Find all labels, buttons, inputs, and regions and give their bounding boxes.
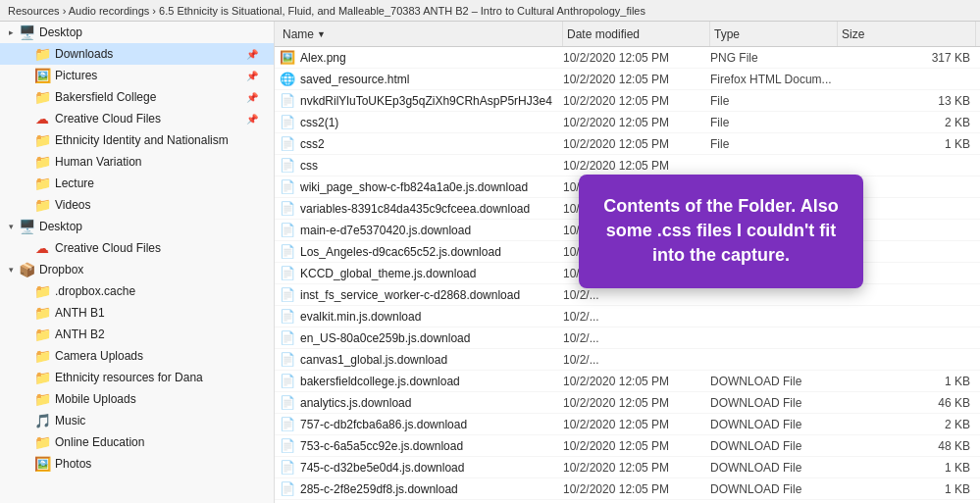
folder-icon: 📁 bbox=[33, 175, 51, 192]
sidebar-item-desktop-root[interactable]: ▸🖥️Desktop bbox=[0, 22, 274, 43]
file-icon: 📄 bbox=[279, 394, 296, 412]
file-date: 10/2/... bbox=[563, 288, 710, 302]
file-name: main-e-d7e5370420.js.download bbox=[300, 224, 563, 237]
file-name: wiki_page_show-c-fb824a1a0e.js.download bbox=[300, 180, 563, 194]
file-date: 10/2/2020 12:05 PM bbox=[563, 73, 710, 86]
file-type: File bbox=[710, 94, 838, 108]
sidebar-item-label: Creative Cloud Files bbox=[55, 241, 274, 255]
col-header-size[interactable]: Size bbox=[838, 22, 976, 46]
sidebar-item-mobile-uploads[interactable]: 📁Mobile Uploads bbox=[0, 388, 274, 410]
sidebar-item-camera-uploads[interactable]: 📁Camera Uploads bbox=[0, 345, 274, 367]
pin-icon[interactable]: 📌 bbox=[246, 92, 258, 103]
folder-icon: ☁ bbox=[33, 239, 51, 257]
file-icon: 🖼️ bbox=[279, 49, 296, 67]
col-header-name[interactable]: Name ▼ bbox=[279, 22, 563, 46]
main-container: ▸🖥️Desktop📁Downloads📌🖼️Pictures📌📁Bakersf… bbox=[0, 22, 980, 503]
file-icon: 🌐 bbox=[279, 71, 296, 88]
folder-icon: 📁 bbox=[33, 196, 51, 214]
sidebar-item-label: Lecture bbox=[55, 176, 274, 190]
file-name: analytics.js.download bbox=[300, 396, 563, 410]
file-name: inst_fs_service_worker-c-d2868.download bbox=[300, 288, 563, 302]
sidebar-item-dropbox-cache[interactable]: 📁.dropbox.cache bbox=[0, 280, 274, 302]
sidebar-item-dropbox[interactable]: ▾📦Dropbox bbox=[0, 259, 274, 280]
file-name: css bbox=[300, 159, 563, 173]
pin-icon[interactable]: 📌 bbox=[246, 114, 258, 125]
table-row[interactable]: 📄 evalkit.min.js.download 10/2/... bbox=[275, 306, 980, 327]
file-size: 317 KB bbox=[838, 51, 976, 65]
file-type: DOWNLOAD File bbox=[710, 461, 838, 475]
sidebar-item-online-education[interactable]: 📁Online Education bbox=[0, 431, 274, 453]
sidebar-item-videos[interactable]: 📁Videos bbox=[0, 194, 274, 216]
folder-icon: 🖼️ bbox=[33, 455, 51, 473]
file-date: 10/2/2020 12:05 PM bbox=[563, 116, 710, 129]
folder-icon: 📁 bbox=[33, 131, 51, 149]
table-row[interactable]: 📄 en_US-80a0ce259b.js.download 10/2/... bbox=[275, 327, 980, 349]
col-header-type[interactable]: Type bbox=[710, 22, 838, 46]
file-icon: 📄 bbox=[279, 416, 296, 433]
col-header-date[interactable]: Date modified bbox=[563, 22, 710, 46]
folder-icon: 📁 bbox=[33, 153, 51, 171]
folder-icon: 📁 bbox=[33, 326, 51, 343]
sidebar[interactable]: ▸🖥️Desktop📁Downloads📌🖼️Pictures📌📁Bakersf… bbox=[0, 22, 275, 503]
sidebar-item-photos[interactable]: 🖼️Photos bbox=[0, 453, 274, 475]
file-type: PNG File bbox=[710, 51, 838, 65]
table-row[interactable]: 📄 css2 10/2/2020 12:05 PM File 1 KB bbox=[275, 133, 980, 155]
file-icon: 📄 bbox=[279, 329, 296, 347]
table-row[interactable]: 📄 analytics.js.download 10/2/2020 12:05 … bbox=[275, 392, 980, 414]
sidebar-item-downloads[interactable]: 📁Downloads📌 bbox=[0, 43, 274, 65]
table-row[interactable]: 📄 285-c-2f8e259df8.js.download 10/2/2020… bbox=[275, 478, 980, 500]
sidebar-item-label: Mobile Uploads bbox=[55, 392, 274, 406]
pin-icon[interactable]: 📌 bbox=[246, 71, 258, 81]
file-type: DOWNLOAD File bbox=[710, 396, 838, 410]
sidebar-item-anth-b2[interactable]: 📁ANTH B2 bbox=[0, 324, 274, 345]
sidebar-item-music[interactable]: 🎵Music bbox=[0, 410, 274, 431]
sidebar-item-human-variation[interactable]: 📁Human Variation bbox=[0, 151, 274, 173]
sidebar-item-anth-b1[interactable]: 📁ANTH B1 bbox=[0, 302, 274, 324]
file-date: 10/2/2020 12:05 PM bbox=[563, 461, 710, 475]
sort-arrow-name: ▼ bbox=[317, 29, 326, 39]
sidebar-item-cc-files-2[interactable]: ☁Creative Cloud Files bbox=[0, 237, 274, 259]
pin-icon[interactable]: 📌 bbox=[246, 49, 258, 60]
sidebar-item-cc-files-1[interactable]: ☁Creative Cloud Files📌 bbox=[0, 108, 274, 129]
file-icon: 📄 bbox=[279, 243, 296, 261]
folder-icon: 📁 bbox=[33, 390, 51, 408]
table-row[interactable]: 📄 753-c-6a5a5cc92e.js.download 10/2/2020… bbox=[275, 435, 980, 457]
table-row[interactable]: 📄 css2(1) 10/2/2020 12:05 PM File 2 KB bbox=[275, 112, 980, 133]
file-name: nvkdRilYluToUKEp3g5qZiXh9CRhAspP5rHJ3e4 bbox=[300, 94, 563, 108]
chevron-icon[interactable]: ▾ bbox=[4, 265, 18, 275]
chevron-icon[interactable]: ▾ bbox=[4, 222, 18, 231]
file-name: 757-c-db2fcba6a86.js.download bbox=[300, 418, 563, 431]
file-icon: 📄 bbox=[279, 114, 296, 131]
file-icon: 📄 bbox=[279, 200, 296, 218]
sidebar-item-pictures[interactable]: 🖼️Pictures📌 bbox=[0, 65, 274, 86]
table-row[interactable]: 📄 bakersfieldcollege.js.download 10/2/20… bbox=[275, 371, 980, 392]
sidebar-item-label: Music bbox=[55, 414, 274, 428]
file-name: variables-8391c84da435c9cfceea.download bbox=[300, 202, 563, 216]
table-row[interactable]: 📄 nvkdRilYluToUKEp3g5qZiXh9CRhAspP5rHJ3e… bbox=[275, 90, 980, 112]
file-icon: 📄 bbox=[279, 437, 296, 455]
table-row[interactable]: 📄 745-c-d32be5e0d4.js.download 10/2/2020… bbox=[275, 457, 980, 478]
sidebar-item-lecture[interactable]: 📁Lecture bbox=[0, 173, 274, 194]
sidebar-item-ethnicity-dana[interactable]: 📁Ethnicity resources for Dana bbox=[0, 367, 274, 388]
file-size: 2 KB bbox=[838, 116, 976, 129]
file-list[interactable]: Contents of the Folder. Also some .css f… bbox=[275, 47, 980, 503]
sidebar-item-bakersfield[interactable]: 📁Bakersfield College📌 bbox=[0, 86, 274, 108]
file-name: saved_resource.html bbox=[300, 73, 563, 86]
sidebar-item-desktop-2[interactable]: ▾🖥️Desktop bbox=[0, 216, 274, 237]
file-type: DOWNLOAD File bbox=[710, 482, 838, 496]
folder-icon: 📁 bbox=[33, 347, 51, 365]
path-text: Resources › Audio recordings › 6.5 Ethni… bbox=[8, 5, 645, 17]
table-row[interactable]: 📄 canvas1_global.js.download 10/2/... bbox=[275, 349, 980, 371]
file-icon: 📄 bbox=[279, 373, 296, 390]
table-row[interactable]: 📄 757-c-db2fcba6a86.js.download 10/2/202… bbox=[275, 414, 980, 435]
sidebar-item-label: Camera Uploads bbox=[55, 349, 274, 363]
chevron-icon[interactable]: ▸ bbox=[4, 27, 18, 37]
file-size: 13 KB bbox=[838, 94, 976, 108]
file-name: Los_Angeles-d9cac65c52.js.download bbox=[300, 245, 563, 259]
file-type: DOWNLOAD File bbox=[710, 375, 838, 388]
table-row[interactable]: 🌐 saved_resource.html 10/2/2020 12:05 PM… bbox=[275, 69, 980, 90]
table-row[interactable]: 📄 css 10/2/2020 12:05 PM bbox=[275, 155, 980, 176]
file-icon: 📄 bbox=[279, 157, 296, 175]
sidebar-item-ethnicity-identity[interactable]: 📁Ethnicity Identity and Nationalism bbox=[0, 129, 274, 151]
table-row[interactable]: 🖼️ Alex.png 10/2/2020 12:05 PM PNG File … bbox=[275, 47, 980, 69]
